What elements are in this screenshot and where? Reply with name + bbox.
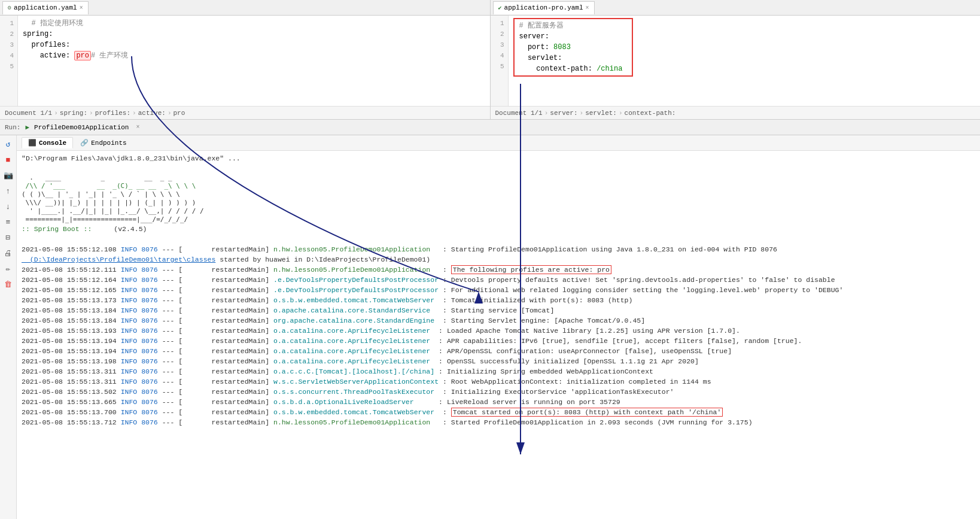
code-line-5 [23,61,485,72]
log-line-apr3: 2021-05-08 15:55:13.194 INFO 8076 --- [ … [22,346,975,356]
console-output[interactable]: "D:\Program Files\Java\jdk1.8.0_231\bin\… [17,151,980,519]
log-line-livereload: 2021-05-08 15:55:13.665 INFO 8076 --- [ … [22,397,975,407]
log-line-started: 2021-05-08 15:55:13.712 INFO 8076 --- [ … [22,417,975,427]
log-line-apr4: 2021-05-08 15:55:13.198 INFO 8076 --- [ … [22,356,975,366]
print-button[interactable]: 🖨 [2,247,15,260]
log-line-threadpool: 2021-05-08 15:55:13.502 INFO 8076 --- [ … [22,387,975,397]
breadcrumb-profiles: profiles: [95,110,130,117]
right-code-lines: # 配置服务器 server: port: 8083 servlet: cont… [509,16,981,106]
log-line-root-webapp: 2021-05-08 15:55:13.311 INFO 8076 --- [ … [22,377,975,387]
log-line-tomcat-china: 2021-05-08 15:55:13.311 INFO 8076 --- [ … [22,366,975,377]
delete-button[interactable]: 🗑 [2,278,15,291]
ascii-line-4: \\\/ __))| |_) | | | | | |) | (_| | ) ) … [22,199,975,207]
endpoints-tab[interactable]: 🔗 Endpoints [74,138,132,148]
breadcrumb-spring: spring: [60,110,87,117]
restart-button[interactable]: ↺ [2,138,15,151]
blank-line-2 [22,234,975,244]
wrap-button[interactable]: ≡ [2,216,15,229]
log-line-profiles: 2021-05-08 15:55:12.111 INFO 8076 --- [ … [22,265,975,275]
log-line-devtools1: 2021-05-08 15:55:12.164 INFO 8076 --- [ … [22,275,975,285]
ascii-line-5: ' |____.| .__/|_| |_| |_.__/ \__,| / / /… [22,207,975,216]
spring-ascii-art: . ____ _ __ _ _ /\\ / '___ __ _(C)_ __ _… [22,174,975,224]
scroll-down-button[interactable]: ↓ [2,200,15,213]
breadcrumb-pro: pro [174,110,185,117]
right-breadcrumb: Document 1/1 › server: › servlet: › cont… [491,106,981,119]
right-editor-pane: ✔ application-pro.yaml × 1 2 3 4 5 # 配置服… [491,0,981,119]
console-tab[interactable]: ⬛ Console [22,137,73,148]
run-body: ↺ ■ 📷 ↑ ↓ ≡ ⊟ 🖨 ✏ 🗑 ⬛ Console [0,135,980,519]
filter-button[interactable]: ⊟ [2,231,15,244]
profiles-active-highlight: The following profiles are active: pro [451,265,611,274]
console-tabs: ⬛ Console 🔗 Endpoints [17,135,980,151]
yaml-pro-file-icon: ✔ [498,4,502,11]
left-code-content: 1 2 3 4 5 # 指定使用环境 spring: profiles: act… [0,16,490,106]
right-tab-close[interactable]: × [586,5,589,11]
left-tab-label: application.yaml [14,4,77,11]
right-breadcrumb-server: server: [550,110,577,117]
pro-code-line-5: context-path: /china [519,63,627,74]
endpoints-tab-label: Endpoints [91,139,126,147]
console-tab-label: Console [39,139,66,147]
left-breadcrumb: Document 1/1 › spring: › profiles: › act… [0,106,490,119]
java-cmd-line: "D:\Program Files\Java\jdk1.8.0_231\bin\… [22,153,975,163]
spring-boot-label-line: :: Spring Boot :: (v2.4.5) [22,224,975,234]
breadcrumb-active: active: [138,110,166,117]
left-line-numbers: 1 2 3 4 5 [0,16,18,106]
editor-area: ⚙ application.yaml × 1 2 3 4 5 # 指定使用环境 … [0,0,980,120]
ascii-line-1: . ____ _ __ _ _ [22,174,975,182]
log-line-apr2: 2021-05-08 15:55:13.194 INFO 8076 --- [ … [22,336,975,346]
right-breadcrumb-context: context-path: [625,110,676,117]
pro-yaml-box: # 配置服务器 server: port: 8083 servlet: cont… [513,18,633,77]
console-area: ⬛ Console 🔗 Endpoints "D:\Program Files\… [17,135,980,519]
left-tab-bar: ⚙ application.yaml × [0,0,490,16]
run-icon: ▶ [25,123,29,131]
yaml-file-icon: ⚙ [8,4,11,11]
right-breadcrumb-servlet: servlet: [585,110,617,117]
right-breadcrumb-doc: Document 1/1 [495,110,543,117]
pro-code-line-2: server: [519,31,627,42]
pro-code-line-1: # 配置服务器 [519,20,627,31]
code-line-2: spring: [23,29,485,40]
right-tab-bar: ✔ application-pro.yaml × [491,0,981,16]
blank-line-1 [22,163,975,174]
run-app-name: ProfileDemo01Application [34,124,129,131]
code-line-4: active: pro# 生产环境 [23,50,485,61]
left-code-lines: # 指定使用环境 spring: profiles: active: pro# … [18,16,490,106]
breadcrumb-doc: Document 1/1 [5,110,52,117]
code-line-1: # 指定使用环境 [23,18,485,29]
left-toolbar: ↺ ■ 📷 ↑ ↓ ≡ ⊟ 🖨 ✏ 🗑 [0,135,17,519]
right-line-numbers: 1 2 3 4 5 [491,16,509,106]
spring-boot-version: (v2.4.5) [114,225,147,233]
java-cmd-text: "D:\Program Files\Java\jdk1.8.0_231\bin\… [22,154,241,162]
log-line-apr1: 2021-05-08 15:55:13.193 INFO 8076 --- [ … [22,326,975,336]
tomcat-started-highlight: Tomcat started on port(s): 8083 (http) w… [451,408,723,417]
log-line-start: 2021-05-08 15:55:12.108 INFO 8076 --- [ … [22,244,975,254]
left-editor-tab[interactable]: ⚙ application.yaml × [2,1,89,14]
log-line-std-engine: 2021-05-08 15:55:13.184 INFO 8076 --- [ … [22,315,975,326]
right-editor-tab[interactable]: ✔ application-pro.yaml × [493,1,595,14]
endpoints-icon: 🔗 [80,139,89,147]
left-tab-close[interactable]: × [80,5,83,11]
settings-button[interactable]: ✏ [2,262,15,275]
right-tab-label: application-pro.yaml [504,4,583,11]
log-line-indent: (D:\IdeaProjects\ProfileDemo01\target\cl… [22,254,975,265]
run-panel: Run: ▶ ProfileDemo01Application × ↺ ■ 📷 … [0,120,980,519]
run-label: Run: [5,124,20,131]
pro-code-line-3: port: 8083 [519,42,627,53]
console-icon: ⬛ [28,139,36,147]
ascii-line-3: ( ( )\__ | '_ | '_| | '_ \ / ` | \ \ \ \ [22,190,975,199]
log-line-tomcat-init: 2021-05-08 15:55:13.173 INFO 8076 --- [ … [22,295,975,305]
ascii-line-6: =========|_|================|___/=/_/_/_… [22,216,975,224]
log-line-tomcat-started: 2021-05-08 15:55:13.700 INFO 8076 --- [ … [22,407,975,417]
stop-button[interactable]: ■ [2,153,15,166]
ascii-line-2: /\\ / '___ __ _(C)_ __ __ _\ \ \ \ [22,182,975,190]
camera-button[interactable]: 📷 [2,169,15,182]
spring-boot-label: :: Spring Boot :: [22,225,92,233]
run-app-close[interactable]: × [136,124,139,130]
pro-code-line-4: servlet: [519,53,627,63]
main-container: ⚙ application.yaml × 1 2 3 4 5 # 指定使用环境 … [0,0,980,519]
left-editor-pane: ⚙ application.yaml × 1 2 3 4 5 # 指定使用环境 … [0,0,491,119]
code-line-3: profiles: [23,40,485,50]
scroll-up-button[interactable]: ↑ [2,184,15,198]
log-line-devtools2: 2021-05-08 15:55:12.165 INFO 8076 --- [ … [22,285,975,295]
